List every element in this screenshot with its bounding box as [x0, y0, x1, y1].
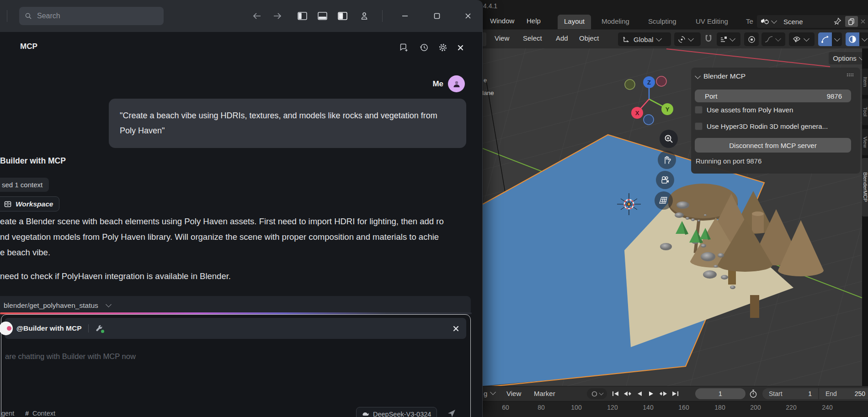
show-overlays-toggle[interactable] [846, 32, 859, 46]
port-field[interactable]: Port 9876 [695, 90, 851, 102]
panel-left-icon[interactable] [296, 10, 308, 22]
scene-icon [761, 17, 769, 26]
jump-to-start-button[interactable] [610, 388, 622, 399]
frame-end-field[interactable]: End 250 [819, 388, 868, 399]
panel-header[interactable]: Blender MCP [696, 72, 746, 80]
panel-collapse-chevron[interactable] [695, 73, 701, 79]
timeline-menu-view[interactable]: View [506, 390, 521, 397]
pan-tool-button[interactable] [658, 151, 676, 169]
proportional-editing-toggle[interactable] [744, 32, 759, 46]
account-icon[interactable] [358, 10, 370, 22]
snap-settings-dropdown[interactable] [717, 32, 740, 46]
options-chevron [859, 54, 862, 60]
timeline-editor-chevron[interactable] [490, 389, 496, 395]
sidetab-item[interactable]: Item [862, 69, 868, 95]
tools-wrench-icon[interactable] [95, 324, 103, 333]
prev-keyframe-button[interactable] [622, 388, 634, 399]
viewport-3d[interactable]: e Plane Z Y X [483, 48, 862, 386]
panel-drag-dots-icon[interactable] [847, 73, 854, 77]
timeline-menu-marker[interactable]: Marker [534, 390, 555, 397]
menu-select[interactable]: Select [523, 34, 542, 42]
show-gizmo-toggle[interactable] [818, 32, 832, 46]
used-context-chip[interactable]: sed 1 context [0, 178, 49, 192]
polyhaven-checkbox-row[interactable]: Use assets from Poly Haven [691, 106, 860, 117]
nav-forward-button[interactable] [272, 10, 283, 22]
new-chat-icon[interactable] [399, 42, 410, 53]
scene-name[interactable]: Scene [783, 18, 803, 26]
auto-keying-toggle[interactable] [587, 388, 607, 399]
settings-gear-icon[interactable] [437, 42, 448, 53]
current-frame-field[interactable]: 1 [695, 388, 746, 399]
play-reverse-button[interactable] [634, 388, 645, 399]
sidetab-blendermcp[interactable]: BlenderMCP [862, 158, 868, 216]
maximize-button[interactable] [431, 10, 443, 22]
workspace-chip[interactable]: Workspace [0, 196, 59, 211]
menu-object[interactable]: Object [579, 34, 599, 42]
composer-box[interactable]: @Builder with MCP are chatting with Buil… [1, 314, 471, 417]
play-button[interactable] [645, 388, 657, 399]
used-context-label: sed 1 context [2, 181, 43, 189]
menu-add[interactable]: Add [556, 34, 568, 42]
disconnect-button[interactable]: Disconnect from MCP server [695, 138, 851, 153]
transform-orientation-dropdown[interactable]: Global [618, 32, 671, 46]
camera-view-button[interactable] [656, 171, 674, 189]
next-keyframe-button[interactable] [657, 388, 669, 399]
sidetab-view[interactable]: View [862, 129, 868, 155]
jump-to-end-button[interactable] [669, 388, 681, 399]
panel-right-icon[interactable] [336, 10, 348, 22]
unlink-scene-icon[interactable] [860, 18, 866, 25]
tab-sculpting[interactable]: Sculpting [642, 15, 683, 29]
search-input[interactable] [36, 11, 158, 21]
perspective-toggle-button[interactable] [655, 191, 673, 210]
search-icon [25, 12, 32, 20]
gizmo-axis-neg-y[interactable] [625, 79, 635, 90]
sidetab-tool[interactable]: Tool [862, 99, 868, 125]
overlays-settings-chevron[interactable] [859, 32, 868, 46]
tab-modeling[interactable]: Modeling [595, 15, 636, 29]
proportional-falloff-dropdown[interactable] [761, 32, 785, 46]
menu-window[interactable]: Window [490, 17, 514, 25]
send-icon[interactable] [447, 408, 457, 417]
panel-bottom-icon[interactable] [316, 10, 328, 22]
scene-dropdown-chevron[interactable] [771, 18, 777, 24]
tab-uv-editing[interactable]: UV Editing [689, 15, 735, 29]
hyper3d-checkbox-row[interactable]: Use Hyper3D Rodin 3D model genera... [691, 122, 860, 133]
nav-back-button[interactable] [251, 10, 263, 22]
options-button[interactable]: Options [829, 52, 862, 64]
close-window-button[interactable] [462, 10, 474, 22]
gizmo-axis-neg-x[interactable] [656, 76, 666, 86]
scene-selector[interactable]: Scene [757, 15, 868, 28]
mcp-panel-title: MCP [20, 42, 37, 51]
agent-mode-label[interactable]: gent [1, 410, 14, 417]
visibility-dropdown[interactable] [789, 32, 815, 46]
search-box[interactable] [19, 7, 164, 25]
history-icon[interactable] [419, 42, 430, 53]
gizmo-axis-neg-z[interactable] [644, 115, 654, 125]
menu-help[interactable]: Help [527, 17, 541, 25]
context-label[interactable]: Context [32, 410, 55, 417]
mode-dropdown-fragment[interactable] [483, 32, 486, 46]
gizmo-settings-chevron[interactable] [832, 32, 842, 46]
menu-view[interactable]: View [495, 34, 509, 42]
snap-magnet-icon[interactable] [704, 34, 713, 43]
zoom-tool-button[interactable] [660, 130, 678, 148]
new-scene-icon[interactable] [845, 16, 858, 27]
minimize-button[interactable] [399, 10, 411, 22]
start-value: 1 [808, 390, 812, 397]
stopwatch-icon[interactable] [749, 389, 758, 398]
pivot-point-dropdown[interactable] [674, 32, 701, 46]
context-hash-icon[interactable]: # [25, 410, 29, 417]
tab-layout[interactable]: Layout [558, 15, 591, 29]
tool-call-expand-chevron[interactable] [106, 301, 112, 307]
model-selector-chip[interactable]: DeepSeek-V3-0324 [356, 407, 437, 417]
composer-close-icon[interactable] [453, 326, 459, 332]
pin-icon[interactable] [833, 17, 841, 26]
timeline-ruler[interactable]: 60 80 100 120 140 160 180 200 220 240 [483, 401, 868, 417]
frame-start-field[interactable]: Start 1 [762, 388, 818, 399]
close-panel-icon[interactable] [455, 42, 466, 53]
hyper3d-checkbox[interactable] [695, 122, 703, 130]
keying-chevron[interactable] [599, 391, 603, 395]
composer-placeholder[interactable]: are chatting with Builder with MCP now [5, 352, 136, 361]
polyhaven-checkbox[interactable] [695, 106, 703, 114]
timeline-editor-type-fragment[interactable]: g [484, 390, 487, 397]
